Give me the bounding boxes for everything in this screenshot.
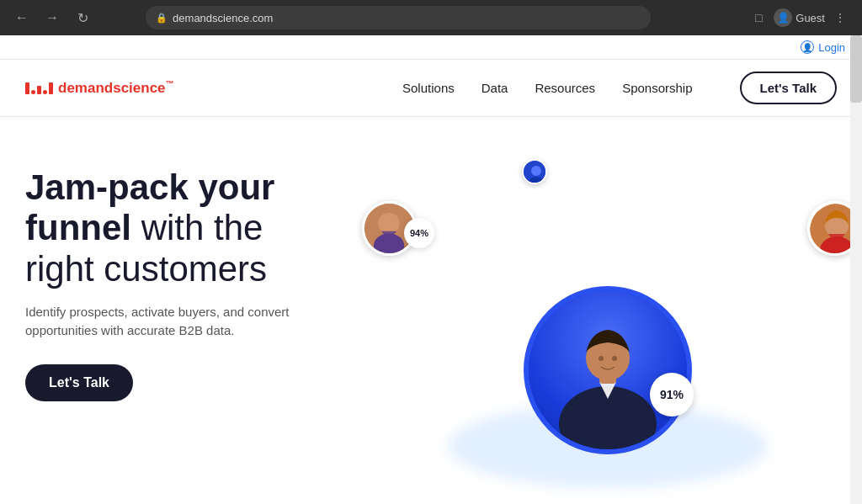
hero-right: 94% (379, 151, 837, 504)
address-bar[interactable]: 🔒 demandscience.com (146, 6, 651, 29)
main-avatar-circle (524, 286, 692, 454)
scrollbar-thumb[interactable] (850, 35, 862, 103)
nav-data[interactable]: Data (482, 81, 508, 95)
hero-subtext: Identify prospects, activate buyers, and… (25, 303, 328, 341)
forward-button[interactable]: → (40, 6, 64, 29)
avatar-top (522, 159, 547, 184)
logo-brand: science (113, 80, 165, 96)
scrollbar[interactable] (850, 35, 862, 504)
logo-main: demand (58, 80, 113, 96)
tab-icon-button[interactable]: □ (747, 6, 770, 29)
website-content: 👤 Login demandscience™ Solutions Data Re… (0, 35, 862, 504)
svg-point-12 (612, 356, 617, 361)
logo-text: demandscience™ (58, 79, 174, 97)
logo-dot-1 (31, 90, 35, 94)
lock-icon: 🔒 (156, 13, 168, 24)
url-text: demandscience.com (173, 12, 273, 24)
browser-chrome: ← → ↻ 🔒 demandscience.com □ 👤 Guest ⋮ (0, 0, 862, 35)
hero-left: Jam-pack yourfunnel with theright custom… (25, 151, 379, 504)
login-label: Login (818, 41, 845, 54)
person-silhouette (549, 306, 667, 449)
hero-cta-button[interactable]: Let's Talk (25, 364, 133, 401)
main-circle-inner (529, 291, 687, 449)
logo-bar-3 (49, 82, 53, 94)
nav-links: Solutions Data Resources Sponsorship Let… (402, 72, 837, 104)
nav-resources[interactable]: Resources (535, 81, 595, 95)
logo-suffix: ™ (166, 79, 174, 88)
svg-point-11 (599, 356, 604, 361)
login-icon: 👤 (801, 40, 814, 54)
nav-solutions[interactable]: Solutions (402, 81, 455, 95)
logo-bar-2 (37, 86, 41, 94)
nav-sponsorship[interactable]: Sponsorship (622, 81, 692, 95)
logo[interactable]: demandscience™ (25, 79, 174, 97)
hero-heading: Jam-pack yourfunnel with theright custom… (25, 167, 379, 289)
badge-main-text: 91% (660, 388, 684, 401)
svg-point-3 (380, 215, 397, 232)
login-bar: 👤 Login (0, 35, 862, 60)
back-button[interactable]: ← (10, 6, 34, 29)
guest-button[interactable]: 👤 Guest (774, 8, 825, 27)
guest-avatar: 👤 (774, 8, 792, 27)
percent-badge-main: 91% (650, 373, 694, 416)
svg-point-5 (531, 166, 541, 176)
percent-badge-small: 94% (404, 218, 434, 248)
guest-label: Guest (795, 12, 825, 24)
browser-right-icons: □ 👤 Guest ⋮ (747, 6, 852, 29)
navbar: demandscience™ Solutions Data Resources … (0, 60, 862, 117)
logo-bar-1 (25, 82, 29, 94)
login-link[interactable]: 👤 Login (801, 40, 845, 54)
menu-button[interactable]: ⋮ (828, 6, 852, 29)
hero-section: Jam-pack yourfunnel with theright custom… (0, 117, 862, 504)
logo-icon (25, 82, 53, 94)
refresh-button[interactable]: ↻ (71, 6, 94, 29)
badge-small-text: 94% (410, 228, 428, 238)
nav-cta-button[interactable]: Let's Talk (740, 72, 837, 104)
logo-dot-2 (43, 90, 47, 94)
